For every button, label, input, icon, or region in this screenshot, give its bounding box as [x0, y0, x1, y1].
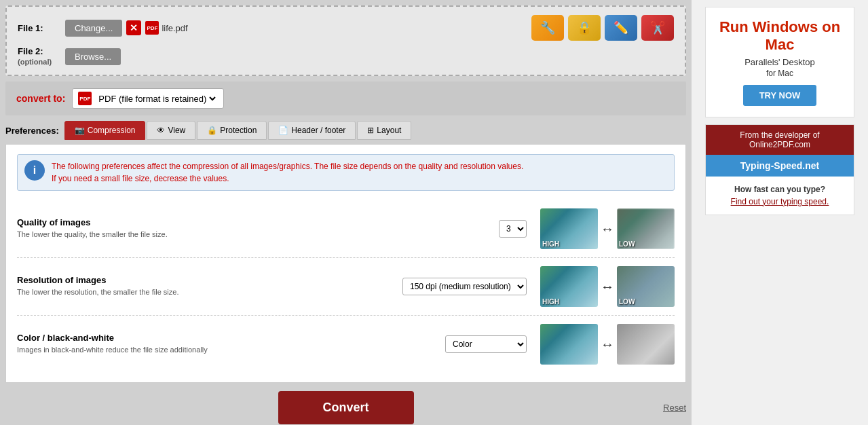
resolution-pref-item: Resolution of images The lower the resol… [17, 258, 675, 316]
resolution-title: Resolution of images [17, 275, 389, 285]
protection-tab-icon: 🔒 [207, 126, 217, 135]
quality-pref-left: Quality of images The lower the quality,… [17, 217, 485, 240]
sidebar-ad-title: Run Windows on Mac [717, 18, 843, 54]
pdf-badge: PDF [145, 21, 159, 35]
quality-image-preview: HIGH ↔ LOW [540, 208, 675, 249]
developer-site: Online2PDF.com [749, 140, 810, 149]
delete-file-icon[interactable]: ✕ [126, 20, 141, 35]
resolution-low-label: LOW [619, 298, 635, 306]
developer-promo-text: How fast can you type? Find out your typ… [706, 177, 854, 215]
quality-desc: The lower the quality, the smaller the f… [17, 229, 485, 240]
convert-button[interactable]: Convert [278, 391, 414, 424]
protection-tab-label: Protection [220, 126, 257, 135]
file2-label: File 2: [18, 46, 43, 56]
format-select-dropdown[interactable]: PDF (file format is retained) [96, 93, 218, 105]
color-control[interactable]: Color Black-and-white [445, 335, 527, 353]
developer-from-text: From the developer of [740, 130, 819, 140]
toolbar-icons: 🔧 🔒 ✏️ ✂️ [531, 15, 674, 41]
tab-layout[interactable]: ⊞ Layout [357, 121, 411, 140]
quality-arrow-icon: ↔ [601, 221, 614, 237]
format-selector[interactable]: PDF PDF (file format is retained) [72, 88, 224, 109]
header-footer-tab-icon: 📄 [278, 126, 288, 135]
filename: life.pdf [162, 23, 187, 33]
resolution-image-preview: HIGH ↔ LOW [540, 266, 675, 307]
color-title: Color / black-and-white [17, 333, 432, 343]
resolution-pref-left: Resolution of images The lower the resol… [17, 275, 389, 297]
preferences-row: Preferences: 📷 Compression 👁 View 🔒 Prot… [5, 121, 686, 140]
resolution-high-preview: HIGH [540, 266, 598, 307]
color-select[interactable]: Color Black-and-white [445, 335, 527, 353]
layout-tab-icon: ⊞ [367, 126, 374, 135]
convert-to-label: convert to: [16, 93, 65, 104]
quality-low-preview: LOW [617, 208, 675, 249]
convert-to-row: convert to: PDF PDF (file format is reta… [5, 81, 686, 115]
format-pdf-icon: PDF [78, 92, 92, 105]
quality-control[interactable]: 1 2 3 4 5 [499, 220, 527, 238]
change-button[interactable]: Change... [65, 20, 122, 37]
quality-low-label: LOW [619, 240, 635, 248]
developer-from: From the developer of Online2PDF.com [706, 125, 854, 155]
resolution-desc: The lower the resolution, the smaller th… [17, 287, 389, 297]
tab-compression[interactable]: 📷 Compression [64, 121, 146, 140]
developer-promo-question: How fast can you type? [734, 185, 825, 194]
color-pref-item: Color / black-and-white Images in black-… [17, 316, 675, 373]
color-bw-preview [617, 324, 675, 365]
layout-tab-label: Layout [377, 126, 401, 135]
info-line1: The following preferences affect the com… [52, 162, 523, 171]
color-high-preview [540, 324, 598, 365]
color-arrow-icon: ↔ [601, 337, 614, 352]
view-tab-label: View [168, 126, 185, 135]
sidebar-ad-subtitle: Parallels' Desktop [717, 57, 843, 67]
info-text: The following preferences affect the com… [52, 160, 523, 185]
header-footer-tab-label: Header / footer [291, 126, 345, 135]
file2-label-group: File 2: (optional) [18, 46, 65, 67]
compression-tab-label: Compression [88, 126, 136, 135]
info-icon: i [24, 160, 45, 181]
lock-button[interactable]: 🔒 [568, 15, 601, 41]
resolution-low-preview: LOW [617, 266, 675, 307]
resolution-control[interactable]: 72 dpi (low resolution) 96 dpi (screen r… [402, 278, 527, 295]
color-pref-left: Color / black-and-white Images in black-… [17, 333, 432, 355]
preferences-label: Preferences: [5, 126, 59, 136]
quality-high-label: HIGH [542, 240, 559, 248]
view-tab-icon: 👁 [157, 126, 165, 135]
quality-high-preview: HIGH [540, 208, 598, 249]
info-box: i The following preferences affect the c… [17, 154, 675, 191]
preferences-tabs: 📷 Compression 👁 View 🔒 Protection 📄 Head… [64, 121, 412, 140]
resolution-select[interactable]: 72 dpi (low resolution) 96 dpi (screen r… [402, 278, 527, 295]
edit-button[interactable]: ✏️ [605, 15, 637, 41]
developer-promo-name[interactable]: Typing-Speed.net [706, 155, 854, 177]
quality-select[interactable]: 1 2 3 4 5 [499, 220, 527, 238]
file2-optional: (optional) [18, 58, 52, 66]
resolution-high-label: HIGH [542, 298, 559, 306]
file1-label: File 1: [18, 23, 65, 33]
try-now-button[interactable]: TRY NOW [743, 85, 817, 106]
color-desc: Images in black-and-white reduce the fil… [17, 345, 432, 355]
developer-promo-link[interactable]: Find out your typing speed. [731, 197, 829, 206]
quality-pref-item: Quality of images The lower the quality,… [17, 200, 675, 258]
reset-link[interactable]: Reset [663, 403, 686, 413]
sidebar-ad: Run Windows on Mac Parallels' Desktop fo… [705, 7, 854, 117]
sidebar-developer-box: From the developer of Online2PDF.com Typ… [705, 124, 854, 215]
resolution-arrow-icon: ↔ [601, 279, 614, 295]
pdf-file-indicator: PDF life.pdf [145, 21, 187, 35]
tab-protection[interactable]: 🔒 Protection [197, 121, 267, 140]
convert-btn-row: Convert Reset [5, 391, 686, 424]
preferences-content: i The following preferences affect the c… [5, 144, 686, 383]
sidebar: Run Windows on Mac Parallels' Desktop fo… [692, 0, 868, 425]
sidebar-ad-para: for Mac [717, 69, 843, 78]
compression-tab-icon: 📷 [75, 126, 85, 135]
tools-button[interactable]: 🔧 [531, 15, 564, 41]
scissors-button[interactable]: ✂️ [641, 15, 674, 41]
tab-view[interactable]: 👁 View [147, 121, 195, 140]
color-image-preview: ↔ [540, 324, 675, 365]
quality-title: Quality of images [17, 217, 485, 227]
info-line2: If you need a small file size, decrease … [52, 174, 229, 183]
browse-button[interactable]: Browse... [65, 48, 121, 65]
tab-header-footer[interactable]: 📄 Header / footer [268, 121, 356, 140]
